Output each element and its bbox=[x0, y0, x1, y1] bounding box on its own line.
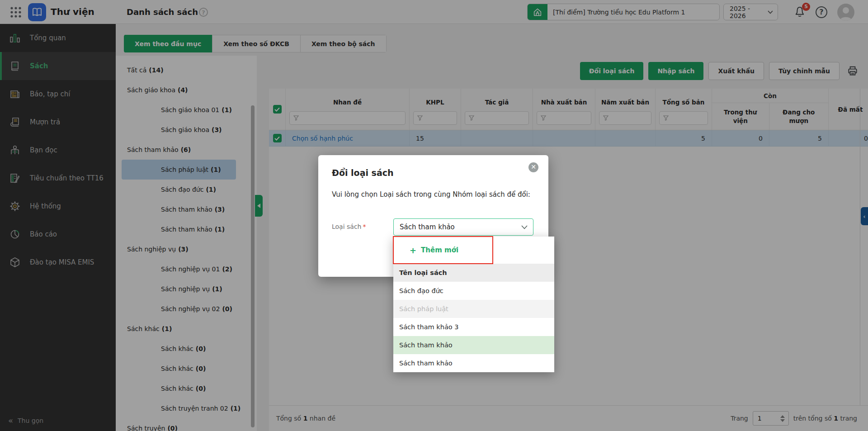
book-type-select-value: Sách tham khảo bbox=[400, 223, 455, 231]
modal-title: Đổi loại sách bbox=[332, 168, 394, 178]
close-icon[interactable]: ✕ bbox=[528, 162, 538, 172]
dropdown-option-disabled: Sách pháp luật bbox=[393, 300, 554, 318]
field-label: Loại sách* bbox=[332, 223, 366, 230]
add-new-option[interactable]: + Thêm mới bbox=[393, 237, 554, 264]
book-type-select[interactable]: Sách tham khảo bbox=[393, 218, 533, 236]
required-asterisk: * bbox=[363, 223, 366, 230]
app-root: Thư viện Danh sách sách ? [Thí điểm] Trư… bbox=[0, 0, 868, 431]
dropdown-header: Tên loại sách bbox=[393, 264, 554, 282]
dropdown-option[interactable]: Sách tham khảo 3 bbox=[393, 318, 554, 336]
dropdown-option-selected[interactable]: Sách tham khảo bbox=[393, 336, 554, 354]
modal-description: Vui lòng chọn Loại sách trong cùng Nhóm … bbox=[332, 189, 536, 200]
chevron-down-icon bbox=[521, 225, 528, 229]
dropdown-option[interactable]: Sách đạo đức bbox=[393, 282, 554, 300]
plus-icon: + bbox=[410, 246, 416, 255]
dropdown-option[interactable]: Sách tham khảo bbox=[393, 354, 554, 372]
book-type-dropdown: + Thêm mới Tên loại sách Sách đạo đức Sá… bbox=[393, 237, 554, 372]
